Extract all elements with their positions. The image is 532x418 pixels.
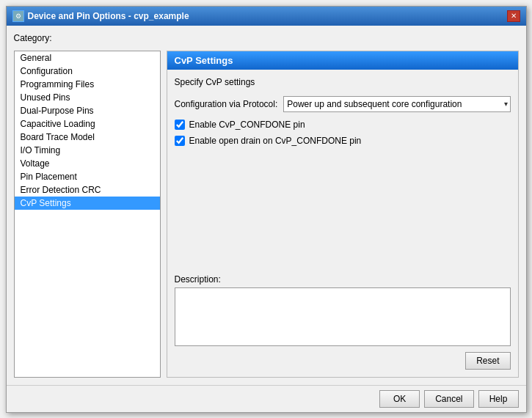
category-label: Category: <box>14 33 519 43</box>
sidebar-item-pin-placement[interactable]: Pin Placement <box>15 170 160 183</box>
main-window: ⚙ Device and Pin Options - cvp_example ✕… <box>6 6 527 413</box>
sidebar-item-capacitive-loading[interactable]: Capacitive Loading <box>15 117 160 131</box>
panel-body: Specify CvP settings Configuration via P… <box>167 70 518 377</box>
help-button[interactable]: Help <box>478 390 519 408</box>
bottom-bar: OK Cancel Help <box>7 385 526 412</box>
config-protocol-select[interactable]: Power up and subsequent core configurati… <box>283 96 510 112</box>
sidebar-item-configuration[interactable]: Configuration <box>15 65 160 78</box>
window-title: Device and Pin Options - cvp_example <box>28 11 189 21</box>
sidebar-item-dual-purpose-pins[interactable]: Dual-Purpose Pins <box>15 104 160 117</box>
reset-button[interactable]: Reset <box>465 352 510 370</box>
checkbox2[interactable] <box>175 136 185 146</box>
close-button[interactable]: ✕ <box>507 10 520 22</box>
panel-header: CvP Settings <box>167 51 518 70</box>
cancel-button[interactable]: Cancel <box>424 390 473 408</box>
ok-button[interactable]: OK <box>379 390 420 408</box>
sidebar-item-cvp-settings[interactable]: CvP Settings <box>15 197 160 210</box>
checkbox2-label: Enable open drain on CvP_CONFDONE pin <box>189 136 362 146</box>
sidebar-item-programming-files[interactable]: Programming Files <box>15 78 160 91</box>
sidebar-item-error-detection-crc[interactable]: Error Detection CRC <box>15 183 160 197</box>
config-select-wrapper: Power up and subsequent core configurati… <box>283 96 510 112</box>
panel-subtitle: Specify CvP settings <box>175 77 511 87</box>
config-protocol-row: Configuration via Protocol: Power up and… <box>175 96 511 112</box>
title-bar: ⚙ Device and Pin Options - cvp_example ✕ <box>7 7 526 26</box>
checkbox2-row: Enable open drain on CvP_CONFDONE pin <box>175 136 511 146</box>
config-label: Configuration via Protocol: <box>175 99 278 109</box>
sidebar-item-voltage[interactable]: Voltage <box>15 157 160 170</box>
main-content: GeneralConfigurationProgramming FilesUnu… <box>14 51 519 378</box>
window-body: Category: GeneralConfigurationProgrammin… <box>7 26 526 385</box>
reset-row: Reset <box>175 352 511 370</box>
sidebar-item-unused-pins[interactable]: Unused Pins <box>15 91 160 104</box>
description-label: Description: <box>175 274 511 285</box>
sidebar-item-general[interactable]: General <box>15 51 160 65</box>
title-bar-left: ⚙ Device and Pin Options - cvp_example <box>12 10 189 22</box>
description-section: Description: <box>175 274 511 348</box>
title-controls: ✕ <box>507 10 520 22</box>
checkbox1-label: Enable CvP_CONFDONE pin <box>189 120 305 130</box>
category-sidebar: GeneralConfigurationProgramming FilesUnu… <box>14 51 161 378</box>
description-input[interactable] <box>175 287 511 346</box>
checkbox1-row: Enable CvP_CONFDONE pin <box>175 120 511 130</box>
content-panel: CvP Settings Specify CvP settings Config… <box>167 51 519 378</box>
window-icon: ⚙ <box>12 10 24 22</box>
sidebar-item-board-trace-model[interactable]: Board Trace Model <box>15 131 160 144</box>
sidebar-item-i/o-timing[interactable]: I/O Timing <box>15 144 160 157</box>
checkbox1[interactable] <box>175 120 185 130</box>
